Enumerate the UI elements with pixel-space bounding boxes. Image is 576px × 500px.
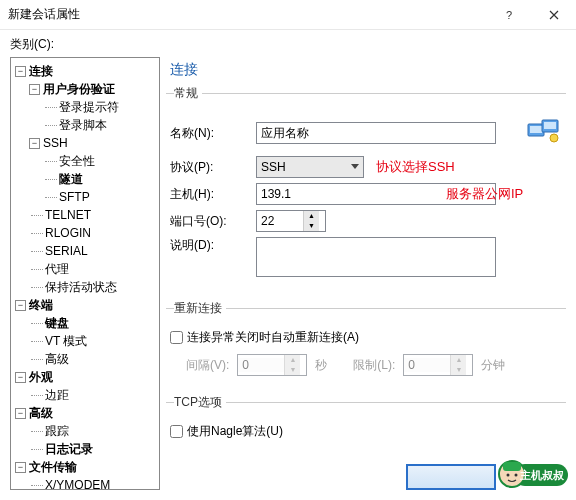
tree-xymodem[interactable]: X/YMODEM bbox=[45, 476, 110, 490]
tree-toggle[interactable]: − bbox=[15, 300, 26, 311]
port-spinner[interactable]: ▲▼ bbox=[256, 210, 326, 232]
limit-input bbox=[404, 358, 450, 372]
svg-rect-4 bbox=[544, 122, 556, 129]
reconnect-checkbox-label: 连接异常关闭时自动重新连接(A) bbox=[187, 329, 359, 346]
help-button[interactable]: ? bbox=[486, 0, 531, 30]
title-bar: 新建会话属性 ? bbox=[0, 0, 576, 30]
settings-panel: 连接 常规 名称(N): bbox=[166, 57, 566, 490]
svg-rect-8 bbox=[503, 462, 521, 471]
protocol-annotation: 协议选择SSH bbox=[376, 158, 455, 176]
general-group: 常规 名称(N): bbox=[166, 85, 566, 294]
reconnect-checkbox[interactable] bbox=[170, 331, 183, 344]
tcp-legend: TCP选项 bbox=[174, 394, 226, 411]
tree-telnet[interactable]: TELNET bbox=[45, 206, 91, 224]
tree-margin[interactable]: 边距 bbox=[45, 386, 69, 404]
nagle-label: 使用Nagle算法(U) bbox=[187, 423, 283, 440]
tree-toggle[interactable]: − bbox=[29, 84, 40, 95]
svg-rect-2 bbox=[530, 126, 542, 133]
tree-file-transfer[interactable]: 文件传输 bbox=[29, 458, 77, 476]
spinner-up[interactable]: ▲ bbox=[304, 211, 319, 221]
svg-text:?: ? bbox=[506, 10, 512, 20]
seconds-label: 秒 bbox=[315, 357, 327, 374]
close-button[interactable] bbox=[531, 0, 576, 30]
svg-point-5 bbox=[550, 134, 558, 142]
tree-serial[interactable]: SERIAL bbox=[45, 242, 88, 260]
tree-terminal[interactable]: 终端 bbox=[29, 296, 53, 314]
chevron-down-icon bbox=[351, 164, 359, 170]
interval-spinner: ▲▼ bbox=[237, 354, 307, 376]
port-input[interactable] bbox=[257, 214, 303, 228]
tree-login-script[interactable]: 登录脚本 bbox=[59, 116, 107, 134]
general-legend: 常规 bbox=[174, 85, 202, 102]
tree-vt-mode[interactable]: VT 模式 bbox=[45, 332, 87, 350]
nagle-checkbox[interactable] bbox=[170, 425, 183, 438]
host-label: 主机(H): bbox=[170, 186, 250, 203]
tree-toggle[interactable]: − bbox=[15, 408, 26, 419]
tree-logging[interactable]: 日志记录 bbox=[45, 440, 93, 458]
protocol-value: SSH bbox=[261, 160, 286, 174]
tcp-group: TCP选项 使用Nagle算法(U) bbox=[166, 394, 566, 460]
tree-toggle[interactable]: − bbox=[15, 462, 26, 473]
tree-user-auth[interactable]: 用户身份验证 bbox=[43, 80, 115, 98]
computers-icon bbox=[526, 115, 562, 151]
reconnect-group: 重新连接 连接异常关闭时自动重新连接(A) 间隔(V): ▲▼ 秒 限制(L): bbox=[166, 300, 566, 388]
tree-rlogin[interactable]: RLOGIN bbox=[45, 224, 91, 242]
desc-label: 说明(D): bbox=[170, 237, 250, 254]
port-label: 端口号(O): bbox=[170, 213, 250, 230]
description-textarea[interactable] bbox=[256, 237, 496, 277]
category-tree[interactable]: −连接 −用户身份验证 登录提示符 登录脚本 −SSH bbox=[10, 57, 160, 490]
tree-sftp[interactable]: SFTP bbox=[59, 188, 90, 206]
tree-trace[interactable]: 跟踪 bbox=[45, 422, 69, 440]
tree-toggle[interactable]: − bbox=[15, 66, 26, 77]
tree-advanced[interactable]: 高级 bbox=[29, 404, 53, 422]
interval-input bbox=[238, 358, 284, 372]
tree-login-prompt[interactable]: 登录提示符 bbox=[59, 98, 119, 116]
name-label: 名称(N): bbox=[170, 125, 250, 142]
svg-point-10 bbox=[515, 474, 518, 477]
reconnect-legend: 重新连接 bbox=[174, 300, 226, 317]
tree-adv-term[interactable]: 高级 bbox=[45, 350, 69, 368]
tree-security[interactable]: 安全性 bbox=[59, 152, 95, 170]
protocol-select[interactable]: SSH bbox=[256, 156, 364, 178]
protocol-label: 协议(P): bbox=[170, 159, 250, 176]
tree-appearance[interactable]: 外观 bbox=[29, 368, 53, 386]
spinner-down[interactable]: ▼ bbox=[304, 221, 319, 231]
tree-proxy[interactable]: 代理 bbox=[45, 260, 69, 278]
tree-keyboard[interactable]: 键盘 bbox=[45, 314, 69, 332]
tree-ssh[interactable]: SSH bbox=[43, 134, 68, 152]
tree-toggle[interactable]: − bbox=[29, 138, 40, 149]
limit-label: 限制(L): bbox=[353, 357, 395, 374]
footer-button[interactable] bbox=[406, 464, 496, 490]
window-title: 新建会话属性 bbox=[8, 6, 80, 23]
interval-label: 间隔(V): bbox=[186, 357, 229, 374]
svg-text:主机叔叔: 主机叔叔 bbox=[519, 469, 565, 481]
tree-toggle[interactable]: − bbox=[15, 372, 26, 383]
mascot-badge: 主机叔叔 bbox=[498, 454, 570, 494]
host-annotation: 服务器公网IP bbox=[446, 185, 523, 203]
svg-point-9 bbox=[507, 474, 510, 477]
tree-tunnel[interactable]: 隧道 bbox=[59, 170, 83, 188]
minutes-label: 分钟 bbox=[481, 357, 505, 374]
panel-title: 连接 bbox=[166, 57, 566, 85]
category-label: 类别(C): bbox=[10, 36, 566, 53]
limit-spinner: ▲▼ bbox=[403, 354, 473, 376]
tree-connection[interactable]: 连接 bbox=[29, 62, 53, 80]
name-input[interactable] bbox=[256, 122, 496, 144]
tree-keepalive[interactable]: 保持活动状态 bbox=[45, 278, 117, 296]
